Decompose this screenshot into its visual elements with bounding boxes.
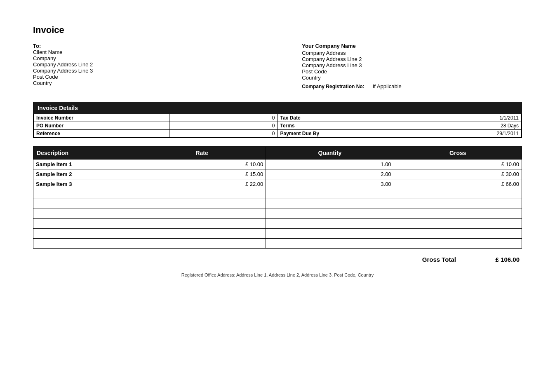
item-gross [394,189,522,199]
company-reg-value: If Applicable [373,83,402,89]
header-section: To: Client Name Company Company Address … [33,43,522,89]
item-description [33,219,138,229]
company-reg-row: Company Registration No: If Applicable [302,83,522,89]
col-rate-header: Rate [138,147,266,160]
table-row [33,189,522,199]
item-quantity: 3.00 [266,179,394,189]
item-description: Sample Item 2 [33,169,138,179]
gross-total-section: Gross Total £ 106.00 [33,255,522,264]
col-description-header: Description [33,147,138,160]
item-description [33,199,138,209]
item-rate [138,199,266,209]
client-name: Client Name [33,49,278,55]
company-country: Country [302,75,522,81]
terms-value: 28 Days [413,122,522,130]
company-reg-label: Company Registration No: [302,84,364,89]
invoice-details-wrapper: Invoice Details Invoice Number 0 Tax Dat… [33,102,522,138]
item-gross: £ 30.00 [394,169,522,179]
col-gross-header: Gross [394,147,522,160]
item-description: Sample Item 1 [33,160,138,169]
item-quantity [266,209,394,219]
footer-text: Registered Office Address: Address Line … [33,272,522,277]
invoice-details-table: Invoice Number 0 Tax Date 1/1/2011 PO Nu… [33,114,522,138]
client-country: Country [33,80,278,86]
invoice-details-header: Invoice Details [33,102,522,114]
item-description: Sample Item 3 [33,179,138,189]
table-row [33,199,522,209]
table-row: Sample Item 3 £ 22.00 3.00 £ 66.00 [33,179,522,189]
payment-due-label: Payment Due By [278,130,413,138]
to-label: To: [33,43,278,49]
item-gross [394,219,522,229]
table-row: Sample Item 2 £ 15.00 2.00 £ 30.00 [33,169,522,179]
item-description [33,189,138,199]
company-address-line2: Company Address Line 2 [302,56,522,62]
bill-to-section: To: Client Name Company Company Address … [33,43,278,89]
invoice-title: Invoice [33,25,522,35]
client-company: Company [33,55,278,61]
item-description [33,229,138,239]
client-address-line3: Company Address Line 3 [33,68,278,74]
client-address-line2: Company Address Line 2 [33,61,278,68]
terms-label: Terms [278,122,413,130]
item-quantity [266,199,394,209]
item-quantity [266,229,394,239]
details-row-po: PO Number 0 Terms 28 Days [34,122,522,130]
item-gross [394,209,522,219]
reference-label: Reference [34,130,169,138]
col-quantity-header: Quantity [266,147,394,160]
table-row: Sample Item 1 £ 10.00 1.00 £ 10.00 [33,160,522,169]
tax-date-value: 1/1/2011 [413,114,522,122]
item-rate: £ 15.00 [138,169,266,179]
po-number-value: 0 [169,122,278,130]
payment-due-value: 29/1/2011 [413,130,522,138]
item-quantity [266,219,394,229]
item-quantity: 1.00 [266,160,394,169]
item-gross [394,239,522,249]
table-row [33,239,522,249]
tax-date-label: Tax Date [278,114,413,122]
item-quantity [266,189,394,199]
details-row-invoice: Invoice Number 0 Tax Date 1/1/2011 [34,114,522,122]
gross-total-value: £ 106.00 [473,255,522,264]
table-row [33,229,522,239]
items-header-row: Description Rate Quantity Gross [33,147,522,160]
invoice-number-label: Invoice Number [34,114,169,122]
item-rate [138,229,266,239]
item-rate: £ 10.00 [138,160,266,169]
company-name: Your Company Name [302,43,522,49]
item-gross: £ 10.00 [394,160,522,169]
company-address-line3: Company Address Line 3 [302,62,522,68]
invoice-number-value: 0 [169,114,278,122]
item-gross [394,199,522,209]
item-quantity: 2.00 [266,169,394,179]
table-row [33,209,522,219]
item-rate [138,209,266,219]
item-gross: £ 66.00 [394,179,522,189]
details-row-reference: Reference 0 Payment Due By 29/1/2011 [34,130,522,138]
item-quantity [266,239,394,249]
company-address: Company Address [302,50,522,56]
item-rate [138,239,266,249]
item-rate: £ 22.00 [138,179,266,189]
company-info-section: Your Company Name Company Address Compan… [302,43,522,89]
item-gross [394,229,522,239]
item-description [33,239,138,249]
gross-total-label: Gross Total [422,256,456,263]
item-description [33,209,138,219]
table-row [33,219,522,229]
company-post-code: Post Code [302,68,522,75]
po-number-label: PO Number [34,122,169,130]
item-rate [138,189,266,199]
reference-value: 0 [169,130,278,138]
item-rate [138,219,266,229]
client-post-code: Post Code [33,74,278,80]
items-table: Description Rate Quantity Gross Sample I… [33,146,522,249]
